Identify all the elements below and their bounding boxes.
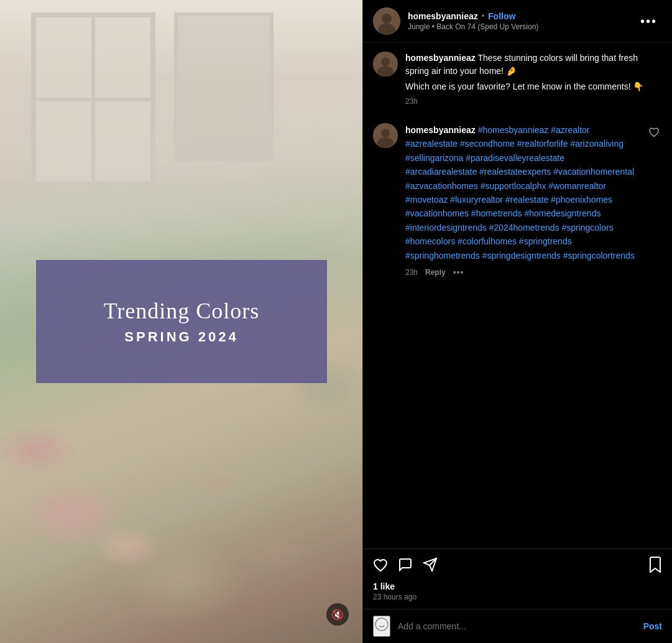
svg-point-1 (382, 14, 392, 24)
comment-username-main: homesbyannieaz (405, 53, 476, 63)
window-frame-left (31, 12, 155, 187)
dot-separator: • (482, 12, 484, 21)
comments-section[interactable]: homesbyannieaz These stunning colors wil… (363, 43, 672, 548)
hashtag-comment-time: 23h (405, 268, 418, 277)
comment-username-hashtags: homesbyannieaz (405, 125, 476, 135)
comment-body-hashtags: homesbyannieaz #homesbyannieaz #azrealto… (405, 123, 638, 277)
add-comment-bar: Post (363, 609, 672, 643)
reply-button[interactable]: Reply (425, 268, 446, 277)
mute-button[interactable]: 🔇 (326, 603, 349, 626)
more-options-button[interactable]: ••• (635, 12, 662, 31)
comment-item-main: homesbyannieaz These stunning colors wil… (363, 43, 672, 114)
header-top: homesbyannieaz • Follow (408, 11, 635, 21)
post-header: homesbyannieaz • Follow Jungle • Back On… (363, 0, 672, 43)
header-username: homesbyannieaz (408, 11, 478, 21)
comment-text-hashtags: homesbyannieaz #homesbyannieaz #azrealto… (405, 123, 638, 262)
video-background: Trending Colors SPRING 2024 🔇 (0, 0, 362, 643)
comment-extra-text: Which one is your favorite? Let me know … (405, 80, 662, 93)
comment-item-hashtags: homesbyannieaz #homesbyannieaz #azrealto… (363, 114, 672, 286)
likes-count: 1 like (373, 581, 662, 591)
comment-avatar-hashtags (373, 123, 398, 148)
action-bar: 1 like 23 hours ago (363, 548, 672, 609)
header-info: homesbyannieaz • Follow Jungle • Back On… (408, 11, 635, 31)
likes-info: 1 like 23 hours ago (373, 581, 662, 601)
comment-like-button[interactable] (646, 124, 662, 142)
trending-title: Trending Colors (104, 298, 260, 324)
trending-banner: Trending Colors SPRING 2024 (36, 260, 327, 383)
share-icon[interactable] (423, 557, 438, 576)
comment-more-button[interactable]: ••• (453, 267, 464, 277)
video-panel: Trending Colors SPRING 2024 🔇 (0, 0, 362, 643)
bookmark-icon[interactable] (648, 557, 662, 576)
post-time: 23 hours ago (373, 593, 662, 601)
mute-icon: 🔇 (331, 609, 344, 621)
comment-text-main: homesbyannieaz These stunning colors wil… (405, 52, 662, 78)
song-info: Jungle • Back On 74 (Sped Up Version) (408, 22, 635, 31)
comment-avatar-main (373, 52, 398, 76)
window-area (0, 0, 362, 261)
emoji-button[interactable] (373, 616, 390, 637)
trending-subtitle: SPRING 2024 (124, 329, 238, 345)
hashtags-text: #homesbyannieaz #azrealtor #azrealestate… (405, 125, 635, 261)
svg-point-4 (381, 57, 390, 66)
right-panel: homesbyannieaz • Follow Jungle • Back On… (362, 0, 672, 643)
comment-input[interactable] (398, 621, 636, 631)
svg-point-7 (381, 129, 390, 137)
window-frame-right (174, 12, 274, 162)
comment-body-main: homesbyannieaz These stunning colors wil… (405, 52, 662, 106)
comment-actions-hashtags: 23h Reply ••• (405, 267, 638, 277)
svg-point-11 (375, 618, 388, 631)
header-avatar (373, 7, 400, 35)
comment-time-main: 23h (405, 97, 662, 106)
follow-button[interactable]: Follow (488, 11, 515, 21)
like-icon[interactable] (373, 558, 388, 575)
post-comment-button[interactable]: Post (643, 621, 662, 631)
comment-icon[interactable] (398, 557, 413, 576)
action-icons (373, 557, 662, 576)
